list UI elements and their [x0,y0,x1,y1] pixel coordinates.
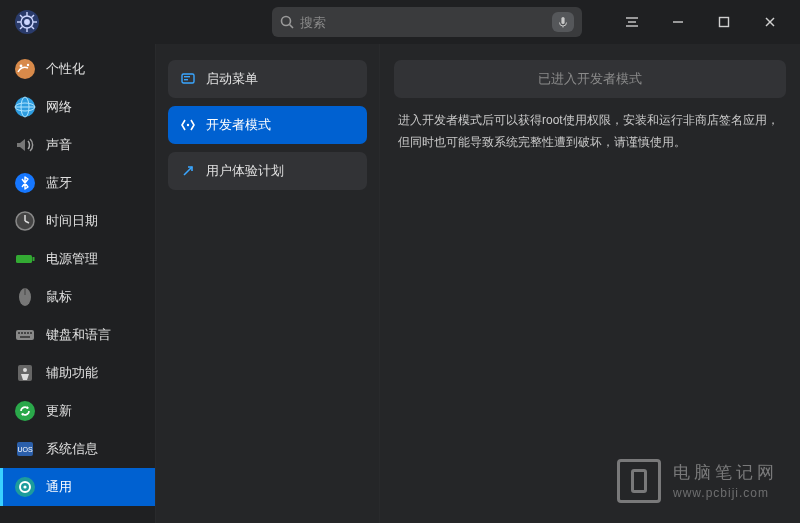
svg-rect-41 [27,332,29,334]
svg-point-51 [23,485,26,488]
svg-rect-42 [30,332,32,334]
accessibility-icon [14,362,36,384]
battery-icon [14,248,36,270]
svg-point-24 [27,64,29,66]
update-icon [14,400,36,422]
svg-line-12 [290,25,294,29]
watermark-title: 电脑笔记网 [673,461,778,485]
sidebar-item-sysinfo[interactable]: UOS 系统信息 [0,430,155,468]
svg-rect-54 [184,79,188,80]
maximize-button[interactable] [712,10,736,34]
sidebar-item-label: 时间日期 [46,212,98,230]
developer-mode-icon [180,117,196,133]
subnav-item-label: 用户体验计划 [206,162,284,180]
svg-text:UOS: UOS [17,446,33,453]
general-icon [14,476,36,498]
sidebar-item-mouse[interactable]: 鼠标 [0,278,155,316]
secondary-panel: 启动菜单 开发者模式 用户体验计划 [155,44,379,523]
svg-rect-19 [720,18,729,27]
sidebar-item-power[interactable]: 电源管理 [0,240,155,278]
watermark: 电脑笔记网 www.pcbiji.com [617,459,778,503]
sidebar-item-label: 更新 [46,402,72,420]
app-icon [14,9,40,35]
sidebar-item-personalization[interactable]: 个性化 [0,50,155,88]
subnav-item-developer-mode[interactable]: 开发者模式 [168,106,367,144]
svg-point-22 [15,59,35,79]
sound-icon [14,134,36,156]
status-text: 已进入开发者模式 [538,70,642,88]
watermark-logo-icon [617,459,661,503]
content-area: 已进入开发者模式 进入开发者模式后可以获得root使用权限，安装和运行非商店签名… [379,44,800,523]
sidebar-item-label: 鼠标 [46,288,72,306]
sidebar-item-accessibility[interactable]: 辅助功能 [0,354,155,392]
sidebar-item-label: 系统信息 [46,440,98,458]
svg-rect-39 [21,332,23,334]
sidebar-item-update[interactable]: 更新 [0,392,155,430]
svg-point-45 [23,368,27,372]
svg-point-46 [15,401,35,421]
svg-point-11 [282,17,291,26]
sidebar-item-label: 键盘和语言 [46,326,111,344]
sidebar-item-bluetooth[interactable]: 蓝牙 [0,164,155,202]
minimize-button[interactable] [666,10,690,34]
search-input[interactable] [300,15,552,30]
sidebar-item-label: 电源管理 [46,250,98,268]
svg-point-2 [25,20,29,24]
subnav-item-boot-menu[interactable]: 启动菜单 [168,60,367,98]
personalize-icon [14,58,36,80]
mouse-icon [14,286,36,308]
svg-rect-52 [182,74,194,83]
sidebar-item-general[interactable]: 通用 [0,468,155,506]
subnav-item-label: 启动菜单 [206,70,258,88]
watermark-url: www.pcbiji.com [673,485,778,502]
clock-icon [14,210,36,232]
search-box[interactable] [272,7,582,37]
sidebar-item-label: 个性化 [46,60,85,78]
sidebar-item-label: 通用 [46,478,72,496]
menu-button[interactable] [620,10,644,34]
bluetooth-icon [14,172,36,194]
svg-point-55 [187,124,189,126]
svg-rect-40 [24,332,26,334]
subnav-item-label: 开发者模式 [206,116,271,134]
boot-menu-icon [180,71,196,87]
subnav-item-ux-program[interactable]: 用户体验计划 [168,152,367,190]
search-icon [280,15,294,29]
svg-point-23 [20,65,23,68]
sidebar-item-label: 声音 [46,136,72,154]
close-button[interactable] [758,10,782,34]
network-icon [14,96,36,118]
titlebar [0,0,800,44]
svg-rect-43 [20,336,30,338]
ux-program-icon [180,163,196,179]
sidebar-item-label: 辅助功能 [46,364,98,382]
svg-rect-37 [16,330,34,340]
sidebar-item-datetime[interactable]: 时间日期 [0,202,155,240]
developer-mode-description: 进入开发者模式后可以获得root使用权限，安装和运行非商店签名应用，但同时也可能… [394,110,786,153]
svg-rect-33 [16,255,32,263]
sidebar-item-sound[interactable]: 声音 [0,126,155,164]
svg-rect-38 [18,332,20,334]
developer-mode-status: 已进入开发者模式 [394,60,786,98]
svg-rect-13 [561,17,564,24]
primary-sidebar: 个性化 网络 声音 蓝牙 [0,44,155,523]
sidebar-item-keyboard[interactable]: 键盘和语言 [0,316,155,354]
svg-rect-34 [33,257,35,261]
svg-rect-53 [184,76,190,77]
sidebar-item-network[interactable]: 网络 [0,88,155,126]
sysinfo-icon: UOS [14,438,36,460]
keyboard-icon [14,324,36,346]
voice-input-button[interactable] [552,12,574,32]
sidebar-item-label: 蓝牙 [46,174,72,192]
sidebar-item-label: 网络 [46,98,72,116]
